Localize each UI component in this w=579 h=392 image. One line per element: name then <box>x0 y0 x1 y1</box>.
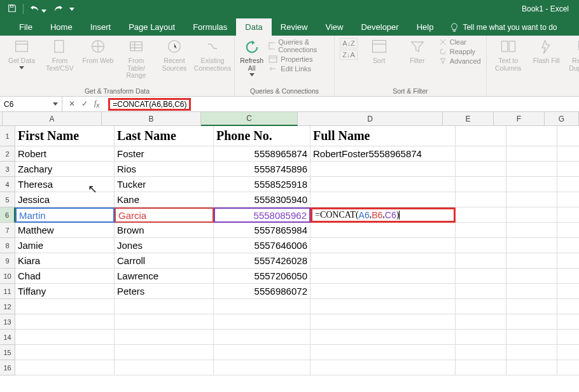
cancel-icon[interactable]: ✕ <box>69 99 75 109</box>
cell[interactable] <box>310 269 456 284</box>
cell[interactable] <box>506 314 557 330</box>
filter-button[interactable]: Filter <box>401 38 434 65</box>
cell[interactable] <box>506 238 557 253</box>
name-box-input[interactable] <box>4 100 42 109</box>
row-header-2[interactable]: 2 <box>0 146 15 162</box>
cell[interactable]: 5557206050 <box>214 269 310 284</box>
cell[interactable] <box>115 360 214 375</box>
cell[interactable]: Tiffany <box>15 284 115 299</box>
cell[interactable]: 5558085962 <box>214 207 310 223</box>
cell[interactable] <box>456 162 506 177</box>
name-box[interactable] <box>0 97 62 111</box>
cell[interactable]: Jamie <box>15 238 115 253</box>
reapply-button[interactable]: Reapply <box>439 48 481 55</box>
cell[interactable]: Full Name <box>310 126 456 146</box>
undo-icon[interactable] <box>30 4 46 15</box>
cell[interactable]: Garcia <box>115 207 214 223</box>
col-header-d[interactable]: D <box>298 112 443 126</box>
cell[interactable] <box>557 207 579 223</box>
row-header-14[interactable]: 14 <box>0 330 15 345</box>
cell[interactable] <box>456 345 506 360</box>
cell[interactable] <box>456 223 506 238</box>
cell[interactable] <box>310 360 456 375</box>
text-to-columns-button[interactable]: Text to Columns <box>492 38 525 72</box>
cell[interactable] <box>310 330 456 345</box>
get-data-button[interactable]: Get Data <box>5 38 38 69</box>
col-header-g[interactable]: G <box>545 112 579 126</box>
sort-desc-button[interactable]: Z↓A <box>340 50 358 60</box>
tab-insert[interactable]: Insert <box>81 18 120 36</box>
row-header-6[interactable]: 6 <box>0 207 15 223</box>
tab-home[interactable]: Home <box>41 18 81 36</box>
cell[interactable] <box>557 284 579 299</box>
cell[interactable] <box>15 360 115 375</box>
tell-me-search[interactable]: Tell me what you want to do <box>442 19 564 36</box>
cell[interactable] <box>214 299 310 314</box>
cell[interactable] <box>115 314 214 330</box>
cell[interactable] <box>506 330 557 345</box>
cell[interactable] <box>557 162 579 177</box>
cell[interactable] <box>456 146 506 162</box>
cell[interactable]: 5556986072 <box>214 284 310 299</box>
qat-customize-icon[interactable] <box>69 8 74 11</box>
cell[interactable]: Kiara <box>15 253 115 269</box>
cell[interactable] <box>506 299 557 314</box>
cell[interactable]: 5557426028 <box>214 253 310 269</box>
from-text-csv-button[interactable]: From Text/CSV <box>43 38 76 72</box>
queries-connections-button[interactable]: Queries & Connections <box>269 38 329 53</box>
cell[interactable]: Phone No. <box>214 126 310 146</box>
cell[interactable] <box>506 269 557 284</box>
cell[interactable] <box>456 299 506 314</box>
existing-connections-button[interactable]: Existing Connections <box>196 38 229 72</box>
save-icon[interactable] <box>8 4 17 15</box>
properties-button[interactable]: Properties <box>269 55 329 63</box>
cell[interactable]: =CONCAT(A6,B6,C6) <box>310 207 456 223</box>
cell[interactable] <box>506 284 557 299</box>
cell[interactable] <box>15 330 115 345</box>
cell[interactable] <box>456 360 506 375</box>
cell[interactable] <box>456 192 506 207</box>
cell[interactable] <box>310 345 456 360</box>
cell[interactable]: 5558745896 <box>214 162 310 177</box>
row-header-7[interactable]: 7 <box>0 223 15 238</box>
cell[interactable]: Kane <box>115 192 214 207</box>
cell[interactable]: Brown <box>115 223 214 238</box>
cell[interactable]: RobertFoster5558965874 <box>310 146 456 162</box>
cell[interactable] <box>310 299 456 314</box>
edit-links-button[interactable]: Edit Links <box>269 65 329 73</box>
cell[interactable] <box>557 345 579 360</box>
cell[interactable] <box>214 360 310 375</box>
cell[interactable] <box>15 299 115 314</box>
cell[interactable] <box>506 223 557 238</box>
cell[interactable] <box>310 238 456 253</box>
remove-duplicates-button[interactable]: Remove Duplicates <box>568 38 579 72</box>
row-header-15[interactable]: 15 <box>0 345 15 360</box>
col-header-f[interactable]: F <box>494 112 545 126</box>
refresh-all-button[interactable]: Refresh All <box>240 38 263 76</box>
cell[interactable]: 5558305940 <box>214 192 310 207</box>
cell[interactable] <box>506 345 557 360</box>
cell[interactable]: 5558525918 <box>214 177 310 192</box>
cell[interactable] <box>506 177 557 192</box>
row-header-10[interactable]: 10 <box>0 269 15 284</box>
cell[interactable]: Foster <box>115 146 214 162</box>
cell[interactable] <box>506 360 557 375</box>
fx-icon[interactable]: fx <box>94 99 99 109</box>
cell[interactable] <box>310 223 456 238</box>
cell[interactable] <box>310 253 456 269</box>
cell[interactable] <box>115 299 214 314</box>
cell[interactable] <box>557 314 579 330</box>
cell[interactable] <box>557 223 579 238</box>
cell[interactable] <box>214 345 310 360</box>
cell[interactable]: Chad <box>15 269 115 284</box>
tab-data[interactable]: Data <box>236 18 271 36</box>
advanced-filter-button[interactable]: Advanced <box>439 57 481 65</box>
col-header-a[interactable]: A <box>3 112 102 126</box>
tab-developer[interactable]: Developer <box>352 18 407 36</box>
from-web-button[interactable]: From Web <box>81 38 115 65</box>
tab-page-layout[interactable]: Page Layout <box>120 18 184 36</box>
row-header-5[interactable]: 5 <box>0 192 15 207</box>
cell[interactable] <box>456 269 506 284</box>
tab-review[interactable]: Review <box>272 18 317 36</box>
cell[interactable] <box>456 284 506 299</box>
